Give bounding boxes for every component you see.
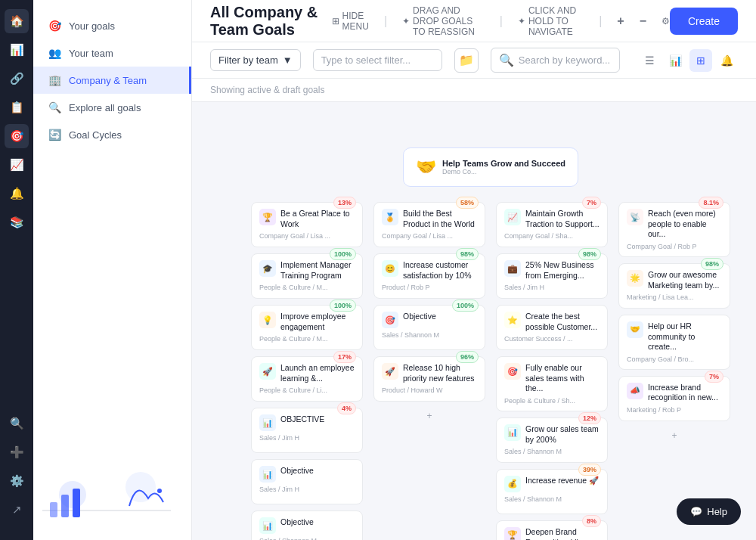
goal-card[interactable]: 📊ObjectiveSales / Jim H	[251, 459, 363, 504]
goal-card[interactable]: 100%🎯ObjectiveSales / Shannon M	[373, 305, 485, 350]
zoom-out-btn[interactable]: −	[640, 14, 646, 28]
sidebar-item-cycles[interactable]: 🔄 Goal Cycles	[33, 121, 191, 148]
goal-card[interactable]: 🎯Fully enable our sales teams with the..…	[496, 356, 608, 411]
icon-bar-book[interactable]: 📚	[5, 210, 29, 234]
header: All Company & Team Goals ⊞ HIDE MENU | ✦…	[192, 0, 756, 42]
icon-bar-exit[interactable]: ↗	[5, 498, 29, 522]
goal-card[interactable]: 7%📈Maintain Growth Traction to Support..…	[496, 202, 608, 247]
canvas-area[interactable]: 🤝 Help Teams Grow and Succeed Demo Co...…	[192, 102, 756, 540]
icon-bar-add[interactable]: ➕	[5, 440, 29, 464]
goal-meta: Company Goal / Bro...	[627, 355, 722, 363]
goal-badge: 98%	[456, 248, 479, 260]
goal-card[interactable]: 8.1%📡Reach (even more) people to enable …	[618, 202, 730, 257]
goal-card[interactable]: 8%🏆Deepen Brand Recognition (d)Sales / B…	[496, 520, 608, 540]
toolbar: Filter by team ▼ Type to select filter..…	[192, 42, 756, 79]
add-goal-button[interactable]: +	[373, 408, 485, 424]
goal-card[interactable]: 96%🚀Release 10 high priority new feature…	[373, 356, 485, 402]
grid-view-btn[interactable]: ⊞	[689, 49, 712, 72]
goal-card[interactable]: 13%🏆Be a Great Place to WorkCompany Goal…	[251, 202, 363, 247]
goal-icon: 📡	[627, 209, 643, 225]
goal-column-4: 8.1%📡Reach (even more) people to enable …	[618, 202, 730, 540]
help-button[interactable]: 💬 Help	[677, 498, 741, 525]
search-box[interactable]: 🔍	[491, 48, 620, 73]
svg-point-6	[157, 489, 162, 493]
goal-card[interactable]: 58%🏅Build the Best Product in the WorldC…	[373, 202, 485, 247]
svg-rect-2	[50, 502, 57, 517]
goal-card[interactable]: 100%🎓Implement Manager Training ProgramP…	[251, 253, 363, 299]
navigate-label: CLICK AND HOLD TO NAVIGATE	[528, 5, 584, 37]
goal-card[interactable]: 7%📣Increase brand recognition in new...M…	[618, 376, 730, 421]
goal-card[interactable]: 98%💼25% New Business from Emerging...Sal…	[496, 253, 608, 299]
create-button[interactable]: Create	[670, 8, 738, 35]
navigate-btn[interactable]: ✦ CLICK AND HOLD TO NAVIGATE	[518, 5, 584, 37]
search-input[interactable]	[519, 54, 612, 66]
goal-card[interactable]: 12%📊Grow our sales team by 200%Sales / S…	[496, 417, 608, 463]
sidebar-label-explore: Explore all goals	[69, 102, 141, 113]
nav-sep3: |	[599, 14, 602, 28]
zoom-in-btn[interactable]: +	[617, 14, 624, 28]
goal-card[interactable]: 📊ObjectiveSales / Shannon M	[251, 511, 363, 540]
add-goal-button[interactable]: +	[618, 427, 730, 444]
icon-bar-bell[interactable]: 🔔	[5, 182, 29, 206]
icon-bar-chart[interactable]: 📊	[5, 38, 29, 62]
chart-view-btn[interactable]: 📊	[664, 49, 686, 72]
sidebar-item-your-goals[interactable]: 🎯 Your goals	[33, 12, 191, 39]
goal-badge: 17%	[333, 351, 356, 363]
nav-sep2: |	[500, 14, 503, 28]
goal-icon: 🚀	[382, 363, 398, 380]
goal-title: Build the Best Product in the World	[403, 209, 477, 229]
drag-drop-btn[interactable]: ✦ DRAG AND DROP GOALS TO REASSIGN	[402, 5, 485, 37]
goal-icon: 🌟	[627, 270, 643, 287]
goal-icon: 🤝	[627, 321, 643, 338]
icon-bar-link[interactable]: 🔗	[5, 67, 29, 91]
goal-badge: 8%	[582, 515, 601, 527]
filter-by-team-dropdown[interactable]: Filter by team ▼	[210, 49, 301, 71]
goal-card[interactable]: 17%🚀Launch an employee learning &...Peop…	[251, 356, 363, 402]
goal-card[interactable]: 39%💰Increase revenue 🚀Sales / Shannon M	[496, 469, 608, 514]
sidebar-item-your-team[interactable]: 👥 Your team	[33, 39, 191, 67]
hide-menu-btn[interactable]: ⊞ HIDE MENU	[332, 11, 369, 32]
goal-meta: People & Culture / Sh...	[504, 397, 600, 405]
sidebar-item-explore[interactable]: 🔍 Explore all goals	[33, 94, 191, 121]
top-parent-title: Help Teams Grow and Succeed	[442, 159, 565, 168]
top-parent-card[interactable]: 🤝 Help Teams Grow and Succeed Demo Co...	[403, 147, 578, 187]
list-view-btn[interactable]: ☰	[638, 49, 661, 72]
sidebar-label-cycles: Goal Cycles	[69, 129, 122, 141]
goal-badge: 58%	[456, 197, 479, 209]
icon-bar-trending[interactable]: 📈	[5, 153, 29, 177]
goal-card[interactable]: 🤝Help our HR community to create...Compa…	[618, 315, 730, 370]
navigate-icon: ✦	[518, 16, 525, 26]
goal-card[interactable]: 98%🌟Grow our awesome Marketing team by..…	[618, 263, 730, 309]
goal-card[interactable]: 4%📊OBJECTIVESales / Jim H	[251, 408, 363, 453]
canvas-settings-btn[interactable]: ⚙	[662, 16, 670, 26]
svg-rect-3	[61, 495, 69, 517]
goal-title: Release 10 high priority new features	[403, 363, 477, 383]
icon-bar-home[interactable]: 🏠	[5, 9, 29, 33]
goal-title: OBJECTIVE	[280, 414, 324, 425]
icon-bar-list[interactable]: 📋	[5, 95, 29, 119]
goal-card[interactable]: 100%💡Improve employee engagementPeople &…	[251, 305, 363, 350]
goal-title: Be a Great Place to Work	[280, 209, 355, 229]
type-filter-input[interactable]: Type to select filter...	[313, 49, 442, 71]
goal-icon: 📣	[627, 383, 643, 399]
filter-label: Filter by team	[218, 54, 278, 66]
icon-bar-search[interactable]: 🔍	[5, 411, 29, 436]
type-filter-placeholder: Type to select filter...	[321, 54, 411, 66]
drag-icon: ✦	[402, 16, 410, 26]
sidebar-label-your-goals: Your goals	[69, 20, 115, 32]
goal-title: Help our HR community to create...	[648, 321, 722, 352]
goal-badge: 98%	[701, 258, 723, 270]
goal-title: Deepen Brand Recognition (d)	[525, 527, 600, 540]
icon-bar-target[interactable]: 🎯	[5, 124, 29, 148]
sidebar-item-company-team[interactable]: 🏢 Company & Team	[33, 67, 191, 94]
goal-card[interactable]: ⭐Create the best possible Customer...Cus…	[496, 305, 608, 350]
goal-icon: 💰	[504, 476, 521, 492]
sidebar: 🎯 Your goals 👥 Your team 🏢 Company & Tea…	[33, 0, 192, 540]
goal-card[interactable]: 98%😊Increase customer satisfaction by 10…	[373, 253, 485, 299]
explore-icon: 🔍	[48, 101, 61, 113]
bell-view-btn[interactable]: 🔔	[715, 49, 738, 72]
showing-label: Showing active & draft goals	[192, 79, 756, 102]
icon-bar-settings[interactable]: ⚙️	[5, 469, 29, 493]
company-team-icon: 🏢	[48, 74, 61, 86]
folder-button[interactable]: 📁	[454, 48, 479, 73]
